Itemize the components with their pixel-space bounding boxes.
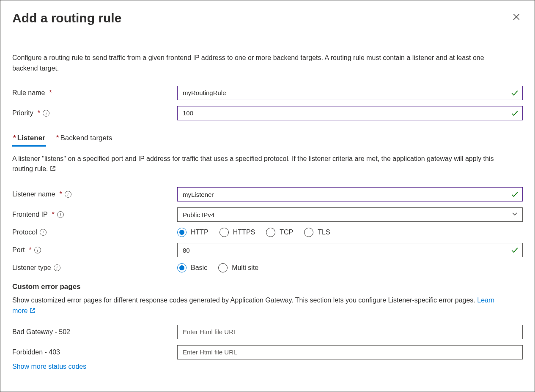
forbidden-label: Forbidden - 403: [12, 348, 177, 356]
frontend-ip-label: Frontend IP*: [12, 211, 177, 218]
radio-dot: [177, 263, 187, 272]
forbidden-field-wrap: [177, 345, 523, 359]
radio-dot: [218, 263, 228, 272]
priority-input[interactable]: [177, 106, 523, 120]
forbidden-input[interactable]: [177, 345, 523, 359]
rule-name-input[interactable]: [177, 86, 523, 100]
required-mark: *: [59, 191, 62, 198]
external-link-icon[interactable]: [50, 165, 56, 172]
required-mark: *: [29, 246, 31, 254]
frontend-ip-select-wrap: Public IPv4: [177, 207, 523, 222]
radio-dot: [177, 228, 187, 237]
port-input[interactable]: [177, 243, 523, 257]
required-mark: *: [38, 109, 40, 117]
required-mark: *: [49, 89, 52, 97]
listener-type-label: Listener type: [12, 264, 177, 272]
show-more-status-codes-link[interactable]: Show more status codes: [12, 363, 86, 370]
info-icon[interactable]: [34, 247, 41, 253]
tab-listener[interactable]: *Listener: [12, 131, 46, 147]
info-icon[interactable]: [57, 211, 64, 218]
radio-dot: [219, 228, 229, 237]
bad-gateway-field-wrap: [177, 325, 523, 339]
radio-dot: [304, 228, 313, 237]
radio-dot: [266, 228, 275, 237]
required-mark: *: [13, 134, 16, 142]
panel-title: Add a routing rule: [12, 11, 121, 26]
info-icon[interactable]: [54, 264, 60, 271]
protocol-label: Protocol: [12, 229, 177, 236]
bad-gateway-input[interactable]: [177, 325, 523, 339]
listener-name-input[interactable]: [177, 187, 523, 201]
priority-field-wrap: [177, 106, 523, 120]
listener-tab-description: A listener "listens" on a specified port…: [12, 154, 516, 175]
priority-label: Priority*: [12, 109, 177, 117]
listener-type-radio-basic[interactable]: Basic: [177, 263, 207, 272]
info-icon[interactable]: [40, 229, 47, 236]
listener-type-radio-group: Basic Multi site: [177, 263, 523, 272]
tab-backend-targets[interactable]: *Backend targets: [55, 131, 113, 147]
listener-form: Listener name* Frontend IP* Public IPv4 …: [12, 187, 523, 272]
intro-text: Configure a routing rule to send traffic…: [12, 53, 507, 74]
info-icon[interactable]: [65, 191, 71, 198]
listener-name-field-wrap: [177, 187, 523, 201]
required-mark: *: [52, 211, 55, 218]
protocol-radio-tls[interactable]: TLS: [304, 228, 330, 237]
port-label: Port*: [12, 246, 177, 254]
custom-error-pages-heading: Custom error pages: [12, 283, 523, 291]
protocol-radio-http[interactable]: HTTP: [177, 228, 209, 237]
frontend-ip-selected: Public IPv4: [183, 211, 214, 218]
routing-rule-panel: Add a routing rule Configure a routing r…: [0, 0, 535, 392]
info-icon[interactable]: [43, 110, 49, 117]
panel-header: Add a routing rule: [12, 11, 523, 38]
top-form: Rule name* Priority*: [12, 86, 523, 120]
listener-name-label: Listener name*: [12, 191, 177, 198]
custom-error-pages-description: Show customized error pages for differen…: [12, 295, 507, 316]
rule-name-label: Rule name*: [12, 89, 177, 97]
rule-name-field-wrap: [177, 86, 523, 100]
close-button[interactable]: [510, 11, 523, 23]
bad-gateway-label: Bad Gateway - 502: [12, 328, 177, 336]
frontend-ip-select[interactable]: Public IPv4: [177, 207, 523, 222]
protocol-radio-group: HTTP HTTPS TCP TLS: [177, 228, 523, 237]
close-icon: [513, 16, 520, 22]
port-field-wrap: [177, 243, 523, 257]
listener-type-radio-multisite[interactable]: Multi site: [218, 263, 258, 272]
protocol-radio-tcp[interactable]: TCP: [266, 228, 293, 237]
required-mark: *: [56, 134, 59, 142]
protocol-radio-https[interactable]: HTTPS: [219, 228, 255, 237]
error-pages-form: Bad Gateway - 502 Forbidden - 403: [12, 325, 523, 359]
tabs: *Listener *Backend targets: [12, 131, 523, 147]
external-link-icon: [30, 307, 36, 314]
